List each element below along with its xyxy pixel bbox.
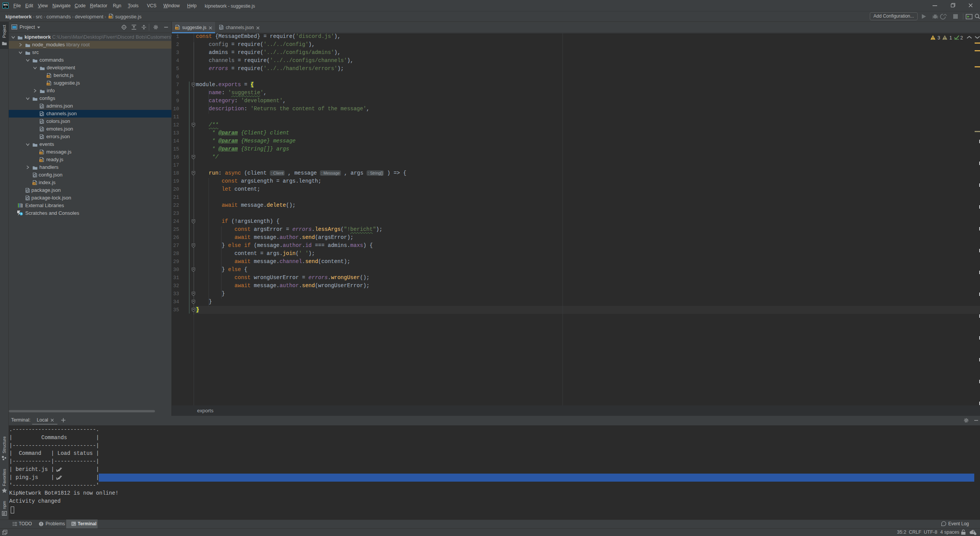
svg-text:3: 3 bbox=[938, 35, 940, 41]
svg-text:2: 2 bbox=[960, 35, 963, 41]
svg-text:JS: JS bbox=[109, 16, 112, 18]
svg-text:JS: JS bbox=[33, 183, 36, 185]
svg-text:1: 1 bbox=[949, 35, 952, 41]
svg-text:JS: JS bbox=[47, 75, 50, 78]
svg-text:JS: JS bbox=[40, 160, 42, 162]
svg-text:JS: JS bbox=[176, 27, 178, 29]
svg-text:JS: JS bbox=[47, 83, 50, 85]
svg-text:JS: JS bbox=[40, 152, 42, 154]
svg-text:?: ? bbox=[972, 530, 975, 534]
